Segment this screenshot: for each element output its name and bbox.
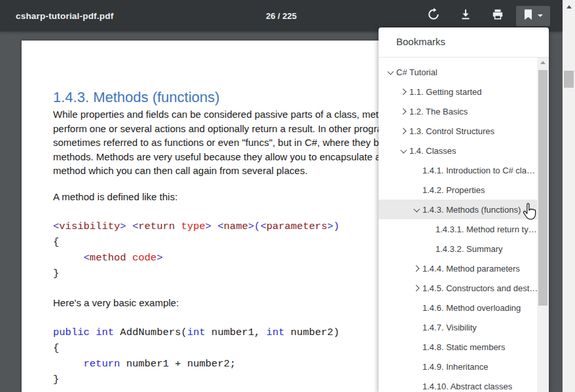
toolbar-actions — [417, 0, 550, 31]
pdf-viewer-window: { "toolbar": { "title": "csharp-tutorial… — [0, 0, 575, 392]
definition-intro-line: A method is defined like this: — [53, 191, 177, 202]
bookmarks-panel-header: Bookmarks — [379, 27, 549, 58]
bookmark-item[interactable]: 1.4.5. Constructors and dest… — [379, 278, 549, 298]
bookmark-item[interactable]: 1.4.4. Method parameters — [379, 258, 549, 278]
paragraph-line: While properties and fields can be consi… — [53, 107, 412, 122]
paragraph-line: sometimes referred to as functions or ev… — [53, 135, 412, 150]
page-scrollbar[interactable] — [563, 0, 575, 392]
pdf-toolbar: csharp-tutorial-pdf.pdf 26 / 225 — [0, 0, 563, 31]
bookmark-item-label: 1.4.9. Inheritance — [422, 362, 488, 372]
section-heading: 1.4.3. Methods (functions) — [53, 89, 219, 106]
download-icon — [459, 8, 472, 24]
section-paragraph: While properties and fields can be consi… — [53, 107, 412, 178]
bookmark-item-label: C# Tutorial — [396, 67, 437, 77]
code-line: <method code> — [53, 250, 339, 266]
bookmark-item[interactable]: 1.4. Classes — [379, 141, 549, 160]
print-button[interactable] — [481, 0, 513, 31]
chevron-right-icon[interactable] — [411, 286, 422, 291]
bookmark-item-label: 1.1. Getting started — [409, 87, 482, 97]
bookmark-item[interactable]: 1.4.1. Introduction to C# cla… — [379, 160, 549, 180]
bookmarks-scrollbar[interactable] — [537, 58, 549, 392]
bookmark-item[interactable]: 1.4.9. Inheritance — [379, 357, 549, 376]
dropdown-caret-icon — [538, 14, 543, 17]
bookmark-item-label: 1.2. The Basics — [409, 107, 468, 116]
page-scrollbar-thumb[interactable] — [564, 71, 574, 88]
rotate-icon — [427, 8, 440, 24]
chevron-down-icon[interactable] — [385, 71, 396, 74]
paragraph-line: methods. Methods are very useful because… — [53, 150, 412, 164]
bookmark-item-label: 1.4.3.1. Method return ty… — [436, 224, 537, 234]
bookmark-item[interactable]: 1.4.8. Static members — [379, 337, 549, 357]
bookmark-item[interactable]: C# Tutorial — [379, 62, 549, 82]
bookmark-item-label: 1.4.5. Constructors and dest… — [422, 283, 538, 293]
bookmark-item[interactable]: 1.1. Getting started — [379, 82, 549, 101]
bookmark-item-label: 1.4.6. Method overloading — [422, 303, 521, 313]
code-line: <visibility> <return type> <name>(<param… — [53, 219, 339, 234]
bookmark-item-label: 1.3. Control Structures — [409, 126, 494, 136]
bookmark-item[interactable]: 1.4.7. Visibility — [379, 317, 549, 337]
bookmark-item[interactable]: 1.3. Control Structures — [379, 121, 549, 141]
chevron-down-icon[interactable] — [398, 149, 409, 152]
paragraph-line: method which you can then call again fro… — [53, 164, 412, 178]
download-button[interactable] — [449, 0, 481, 31]
code-line: return number1 + number2; — [53, 356, 339, 372]
code-line: } — [53, 266, 339, 281]
chevron-right-icon[interactable] — [411, 266, 422, 271]
code-line: { — [53, 234, 339, 250]
bookmark-item-label: 1.4.4. Method parameters — [422, 264, 520, 274]
bookmark-item-label: 1.4.3.2. Summary — [436, 244, 503, 254]
bookmark-item-label: 1.4.2. Properties — [422, 185, 485, 195]
code-block-method-signature: <visibility> <return type> <name>(<param… — [53, 219, 339, 281]
paragraph-line: perform one or several actions and optio… — [53, 122, 412, 136]
code-line: public int AddNumbers(int number1, int n… — [53, 325, 339, 340]
bookmark-item-label: 1.4.3. Methods (functions) — [422, 205, 521, 215]
bookmark-item[interactable]: 1.4.3.2. Summary — [379, 239, 549, 258]
bookmark-item[interactable]: 1.2. The Basics — [379, 101, 549, 121]
chevron-down-icon[interactable] — [411, 208, 422, 211]
bookmarks-icon — [524, 9, 532, 23]
bookmark-item[interactable]: 1.4.3.1. Method return ty… — [379, 219, 549, 239]
example-intro-line: Here's a very basic example: — [53, 297, 179, 308]
rotate-button[interactable] — [417, 0, 449, 31]
code-line: { — [53, 340, 339, 356]
bookmark-item[interactable]: 1.4.3. Methods (functions) — [379, 200, 549, 219]
bookmarks-panel-title: Bookmarks — [396, 36, 445, 47]
bookmark-item-label: 1.4.1. Introduction to C# cla… — [422, 166, 535, 175]
code-block-addnumbers-example: public int AddNumbers(int number1, int n… — [53, 325, 339, 387]
print-icon — [491, 8, 504, 24]
code-line: } — [53, 372, 339, 387]
chevron-right-icon[interactable] — [398, 90, 409, 94]
chevron-right-icon[interactable] — [398, 109, 409, 114]
bookmark-item[interactable]: 1.4.10. Abstract classes — [379, 376, 549, 392]
scroll-up-icon[interactable] — [540, 61, 546, 64]
bookmark-item-label: 1.4.8. Static members — [422, 342, 505, 352]
bookmark-item[interactable]: 1.4.2. Properties — [379, 180, 549, 200]
bookmarks-tree: C# Tutorial1.1. Getting started1.2. The … — [379, 62, 549, 392]
bookmark-item-label: 1.4.10. Abstract classes — [422, 382, 512, 391]
bookmark-item-label: 1.4. Classes — [409, 146, 456, 156]
bookmarks-panel: Bookmarks C# Tutorial1.1. Getting starte… — [379, 27, 549, 392]
bookmark-item[interactable]: 1.4.6. Method overloading — [379, 298, 549, 317]
bookmarks-button[interactable] — [516, 6, 550, 26]
bookmark-item-label: 1.4.7. Visibility — [422, 323, 477, 332]
scroll-up-icon[interactable] — [566, 5, 572, 9]
bookmarks-scrollbar-thumb[interactable] — [538, 70, 547, 306]
chevron-right-icon[interactable] — [398, 129, 409, 134]
